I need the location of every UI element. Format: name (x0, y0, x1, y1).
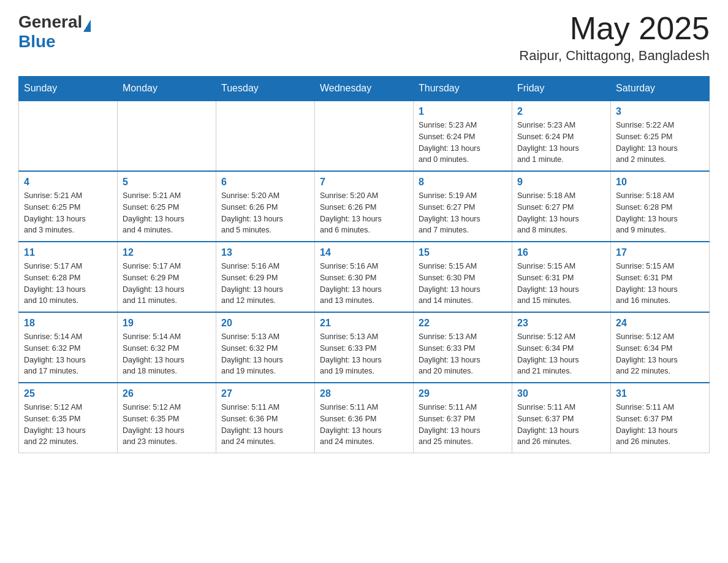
day-number: 12 (123, 247, 211, 258)
calendar-cell: 13Sunrise: 5:16 AM Sunset: 6:29 PM Dayli… (216, 242, 315, 312)
day-info: Sunrise: 5:20 AM Sunset: 6:26 PM Dayligh… (221, 190, 309, 236)
week-row-3: 11Sunrise: 5:17 AM Sunset: 6:28 PM Dayli… (19, 242, 710, 312)
day-header-saturday: Saturday (611, 77, 710, 101)
calendar-cell: 9Sunrise: 5:18 AM Sunset: 6:27 PM Daylig… (512, 171, 611, 242)
day-info: Sunrise: 5:18 AM Sunset: 6:27 PM Dayligh… (517, 190, 605, 236)
day-number: 10 (616, 177, 704, 188)
day-number: 30 (517, 388, 605, 399)
day-info: Sunrise: 5:18 AM Sunset: 6:28 PM Dayligh… (616, 190, 704, 236)
calendar-table: SundayMondayTuesdayWednesdayThursdayFrid… (18, 76, 710, 453)
calendar-cell: 14Sunrise: 5:16 AM Sunset: 6:30 PM Dayli… (315, 242, 414, 312)
calendar-cell: 12Sunrise: 5:17 AM Sunset: 6:29 PM Dayli… (118, 242, 216, 312)
calendar-cell: 2Sunrise: 5:23 AM Sunset: 6:24 PM Daylig… (512, 101, 611, 171)
day-info: Sunrise: 5:12 AM Sunset: 6:34 PM Dayligh… (517, 331, 605, 377)
calendar-cell: 24Sunrise: 5:12 AM Sunset: 6:34 PM Dayli… (611, 312, 710, 383)
day-number: 22 (419, 318, 507, 329)
day-number: 11 (24, 247, 112, 258)
day-number: 26 (123, 388, 211, 399)
day-number: 14 (320, 247, 408, 258)
calendar-cell: 23Sunrise: 5:12 AM Sunset: 6:34 PM Dayli… (512, 312, 611, 383)
day-info: Sunrise: 5:11 AM Sunset: 6:37 PM Dayligh… (517, 402, 605, 448)
day-info: Sunrise: 5:14 AM Sunset: 6:32 PM Dayligh… (24, 331, 112, 377)
calendar-cell: 10Sunrise: 5:18 AM Sunset: 6:28 PM Dayli… (611, 171, 710, 242)
calendar-title: May 2025 (519, 12, 710, 44)
calendar-cell: 7Sunrise: 5:20 AM Sunset: 6:26 PM Daylig… (315, 171, 414, 242)
calendar-cell: 26Sunrise: 5:12 AM Sunset: 6:35 PM Dayli… (118, 383, 216, 453)
day-header-monday: Monday (118, 77, 216, 101)
day-info: Sunrise: 5:11 AM Sunset: 6:36 PM Dayligh… (221, 402, 309, 448)
week-row-2: 4Sunrise: 5:21 AM Sunset: 6:25 PM Daylig… (19, 171, 710, 242)
day-info: Sunrise: 5:14 AM Sunset: 6:32 PM Dayligh… (123, 331, 211, 377)
day-number: 9 (517, 177, 605, 188)
logo-general: General (18, 12, 82, 32)
day-number: 21 (320, 318, 408, 329)
calendar-cell: 19Sunrise: 5:14 AM Sunset: 6:32 PM Dayli… (118, 312, 216, 383)
day-header-thursday: Thursday (414, 77, 512, 101)
calendar-cell: 16Sunrise: 5:15 AM Sunset: 6:31 PM Dayli… (512, 242, 611, 312)
header-row: SundayMondayTuesdayWednesdayThursdayFrid… (19, 77, 710, 101)
day-number: 25 (24, 388, 112, 399)
day-number: 17 (616, 247, 704, 258)
day-number: 18 (24, 318, 112, 329)
calendar-cell: 6Sunrise: 5:20 AM Sunset: 6:26 PM Daylig… (216, 171, 315, 242)
day-info: Sunrise: 5:22 AM Sunset: 6:25 PM Dayligh… (616, 120, 704, 166)
logo: General Blue (18, 12, 91, 52)
day-header-sunday: Sunday (19, 77, 118, 101)
calendar-cell: 25Sunrise: 5:12 AM Sunset: 6:35 PM Dayli… (19, 383, 118, 453)
day-info: Sunrise: 5:12 AM Sunset: 6:35 PM Dayligh… (123, 402, 211, 448)
day-number: 5 (123, 177, 211, 188)
day-number: 15 (419, 247, 507, 258)
calendar-cell: 22Sunrise: 5:13 AM Sunset: 6:33 PM Dayli… (414, 312, 512, 383)
day-header-tuesday: Tuesday (216, 77, 315, 101)
day-number: 23 (517, 318, 605, 329)
calendar-cell: 31Sunrise: 5:11 AM Sunset: 6:37 PM Dayli… (611, 383, 710, 453)
calendar-cell: 3Sunrise: 5:22 AM Sunset: 6:25 PM Daylig… (611, 101, 710, 171)
day-header-wednesday: Wednesday (315, 77, 414, 101)
page-header: General Blue May 2025 Raipur, Chittagong… (18, 12, 710, 64)
calendar-cell: 5Sunrise: 5:21 AM Sunset: 6:25 PM Daylig… (118, 171, 216, 242)
calendar-cell: 8Sunrise: 5:19 AM Sunset: 6:27 PM Daylig… (414, 171, 512, 242)
calendar-cell: 30Sunrise: 5:11 AM Sunset: 6:37 PM Dayli… (512, 383, 611, 453)
day-info: Sunrise: 5:21 AM Sunset: 6:25 PM Dayligh… (24, 190, 112, 236)
day-number: 27 (221, 388, 309, 399)
calendar-cell: 15Sunrise: 5:15 AM Sunset: 6:30 PM Dayli… (414, 242, 512, 312)
day-header-friday: Friday (512, 77, 611, 101)
day-number: 6 (221, 177, 309, 188)
calendar-cell: 1Sunrise: 5:23 AM Sunset: 6:24 PM Daylig… (414, 101, 512, 171)
calendar-cell: 20Sunrise: 5:13 AM Sunset: 6:32 PM Dayli… (216, 312, 315, 383)
calendar-subtitle: Raipur, Chittagong, Bangladesh (519, 48, 710, 64)
calendar-cell: 21Sunrise: 5:13 AM Sunset: 6:33 PM Dayli… (315, 312, 414, 383)
day-info: Sunrise: 5:13 AM Sunset: 6:32 PM Dayligh… (221, 331, 309, 377)
calendar-cell (118, 101, 216, 171)
week-row-5: 25Sunrise: 5:12 AM Sunset: 6:35 PM Dayli… (19, 383, 710, 453)
day-number: 16 (517, 247, 605, 258)
day-info: Sunrise: 5:20 AM Sunset: 6:26 PM Dayligh… (320, 190, 408, 236)
day-number: 8 (419, 177, 507, 188)
logo-blue: Blue (18, 32, 91, 52)
day-info: Sunrise: 5:19 AM Sunset: 6:27 PM Dayligh… (419, 190, 507, 236)
calendar-cell: 17Sunrise: 5:15 AM Sunset: 6:31 PM Dayli… (611, 242, 710, 312)
day-info: Sunrise: 5:17 AM Sunset: 6:29 PM Dayligh… (123, 261, 211, 307)
day-info: Sunrise: 5:11 AM Sunset: 6:37 PM Dayligh… (419, 402, 507, 448)
day-info: Sunrise: 5:17 AM Sunset: 6:28 PM Dayligh… (24, 261, 112, 307)
calendar-cell: 29Sunrise: 5:11 AM Sunset: 6:37 PM Dayli… (414, 383, 512, 453)
day-number: 24 (616, 318, 704, 329)
day-number: 19 (123, 318, 211, 329)
calendar-cell (216, 101, 315, 171)
day-info: Sunrise: 5:11 AM Sunset: 6:37 PM Dayligh… (616, 402, 704, 448)
day-number: 3 (616, 106, 704, 117)
calendar-cell: 4Sunrise: 5:21 AM Sunset: 6:25 PM Daylig… (19, 171, 118, 242)
calendar-cell (19, 101, 118, 171)
day-info: Sunrise: 5:23 AM Sunset: 6:24 PM Dayligh… (517, 120, 605, 166)
day-number: 28 (320, 388, 408, 399)
day-info: Sunrise: 5:15 AM Sunset: 6:31 PM Dayligh… (616, 261, 704, 307)
day-info: Sunrise: 5:12 AM Sunset: 6:35 PM Dayligh… (24, 402, 112, 448)
title-block: May 2025 Raipur, Chittagong, Bangladesh (519, 12, 710, 64)
logo-triangle-icon (83, 20, 91, 32)
day-info: Sunrise: 5:16 AM Sunset: 6:30 PM Dayligh… (320, 261, 408, 307)
calendar-cell: 27Sunrise: 5:11 AM Sunset: 6:36 PM Dayli… (216, 383, 315, 453)
day-number: 13 (221, 247, 309, 258)
day-number: 4 (24, 177, 112, 188)
day-info: Sunrise: 5:13 AM Sunset: 6:33 PM Dayligh… (419, 331, 507, 377)
day-info: Sunrise: 5:15 AM Sunset: 6:31 PM Dayligh… (517, 261, 605, 307)
